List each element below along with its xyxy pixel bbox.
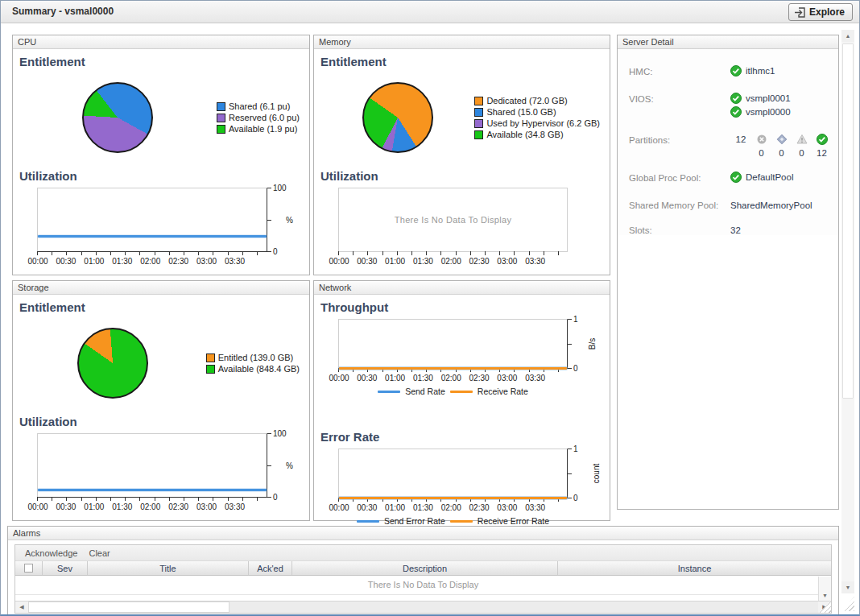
x-axis-label: 00:00 (27, 257, 48, 266)
acknowledge-button[interactable]: Acknowledge (25, 548, 77, 558)
partitions-error-count: 0 (779, 148, 784, 158)
y-axis-tick (267, 220, 271, 221)
column-header-sev[interactable]: Sev (43, 561, 88, 575)
horizontal-scroll-thumb[interactable] (28, 602, 229, 613)
cpu-panel-title: CPU (18, 37, 36, 47)
legend-swatch (217, 114, 225, 122)
y-axis-unit: B/s (588, 338, 597, 349)
status-ok-icon (730, 106, 742, 118)
y-axis-tick (267, 188, 271, 188)
legend-swatch (474, 97, 483, 105)
legend-swatch (217, 102, 225, 111)
column-header-instance[interactable]: Instance (558, 561, 831, 575)
hmc-value[interactable]: itlhmc1 (746, 66, 775, 76)
storage-entitlement-pie[interactable] (77, 328, 148, 399)
storage-entitlement-heading: Entitlement (19, 300, 309, 314)
x-axis-label: 00:30 (357, 503, 377, 512)
scroll-down-icon[interactable]: ▼ (841, 581, 854, 593)
select-all-checkbox[interactable] (24, 564, 33, 573)
storage-utilization-plot[interactable]: 100 0 % 00:0000:3001:0001:3002:0002:3003… (37, 433, 267, 498)
y-axis-max-label: 100 (273, 429, 287, 438)
legend-label: Shared (15.0 GB) (486, 107, 556, 117)
legend-label: Available (848.4 GB) (218, 364, 300, 374)
x-axis-label: 01:00 (385, 257, 405, 266)
alarms-horizontal-scrollbar[interactable]: ◀ ▶ (15, 601, 831, 613)
network-panel: Network Throughput 1 0 B/s 00:0000:3001:… (313, 280, 610, 521)
network-panel-title: Network (319, 283, 351, 292)
partitions-total: 12 (736, 134, 746, 144)
x-axis-label: 00:30 (357, 374, 377, 382)
legend-swatch (450, 391, 473, 393)
network-throughput-plot[interactable]: 1 0 B/s 00:0000:3001:0001:3002:0002:3003… (338, 319, 568, 369)
storage-utilization-heading: Utilization (19, 415, 309, 428)
x-axis-label: 02:00 (441, 503, 461, 512)
x-axis-labels: 00:0000:3001:0001:3002:0002:3003:0003:30 (339, 257, 567, 267)
alarms-body: There Is No Data To Display (15, 576, 831, 595)
explore-label: Explore (809, 6, 845, 18)
x-axis-label: 00:30 (357, 257, 377, 266)
title-bar: Summary - vsmal0000 Explore (1, 1, 859, 23)
clear-button[interactable]: Clear (89, 548, 110, 558)
memory-utilization-plot[interactable]: There Is No Data To Display 00:0000:3001… (338, 188, 568, 252)
slots-label: Slots: (629, 224, 730, 235)
legend-swatch (474, 108, 483, 117)
network-throughput-chart[interactable]: 1 0 B/s 00:0000:3001:0001:3002:0002:3003… (320, 317, 603, 415)
memory-entitlement-pie[interactable] (362, 82, 433, 153)
legend-swatch (474, 119, 483, 128)
explore-button[interactable]: Explore (788, 3, 853, 21)
network-error-rate-plot[interactable]: 1 0 count 00:0000:3001:0001:3002:0002:30… (338, 449, 568, 498)
network-error-rate-legend: Send Error RateReceive Error Rate (339, 515, 567, 527)
x-axis-label: 02:30 (469, 257, 490, 266)
hmc-label: HMC: (629, 65, 730, 79)
slots-row: Slots: 32 (629, 224, 838, 235)
memory-panel: Memory Entitlement Dedicated (72.0 GB)Sh… (313, 35, 610, 275)
x-axis-label: 03:00 (196, 257, 217, 266)
x-axis-label: 00:00 (329, 503, 349, 512)
legend-swatch (474, 130, 483, 139)
cpu-utilization-chart[interactable]: 100 0 % 00:0000:3001:0001:3002:0002:3003… (19, 186, 303, 276)
vertical-scroll-thumb[interactable] (842, 43, 854, 399)
scroll-up-icon[interactable]: ▲ (841, 30, 854, 42)
memory-utilization-chart[interactable]: There Is No Data To Display 00:0000:3001… (320, 186, 603, 276)
x-axis-label: 03:00 (497, 257, 517, 266)
x-axis-label: 01:00 (84, 502, 104, 511)
scroll-left-icon[interactable]: ◀ (15, 602, 28, 613)
y-axis-min-label: 0 (273, 493, 278, 502)
global-proc-pool-value[interactable]: DefaultPool (746, 172, 793, 182)
x-axis-label: 01:30 (112, 502, 132, 511)
vios-value-1[interactable]: vsmpl0001 (746, 93, 791, 103)
vios-row: VIOS: vsmpl0001 vsmpl0000 (629, 93, 838, 120)
legend-label: Send Error Rate (384, 516, 445, 526)
x-axis-label: 03:00 (497, 503, 517, 512)
cpu-utilization-plot[interactable]: 100 0 % 00:0000:3001:0001:3002:0002:3003… (37, 188, 267, 252)
cpu-panel-header: CPU (13, 35, 309, 49)
legend-swatch (206, 353, 215, 362)
legend-swatch (450, 520, 473, 523)
x-axis-ticks (37, 497, 267, 501)
legend-label: Receive Error Rate (478, 516, 549, 526)
x-axis-ticks (338, 251, 568, 255)
x-axis-label: 02:30 (168, 502, 188, 511)
legend-swatch (378, 391, 400, 393)
y-axis-tick (568, 319, 572, 320)
y-axis-tick (267, 433, 271, 434)
page-vertical-scrollbar[interactable]: ▲ ▼ (841, 30, 854, 593)
slots-value: 32 (730, 224, 741, 235)
x-axis-label: 01:00 (385, 374, 405, 382)
y-axis-max-label: 1 (573, 444, 578, 453)
page-resize-grip[interactable] (841, 597, 854, 611)
column-header-title[interactable]: Title (88, 561, 249, 575)
column-header-acked[interactable]: Ack'ed (249, 561, 292, 575)
scroll-down-icon[interactable]: ▼ (819, 589, 831, 601)
legend-item: Used by Hypervisor (6.2 GB) (474, 118, 600, 128)
horizontal-scroll-track[interactable] (229, 602, 818, 613)
alarms-vertical-scrollbar[interactable]: ▼ (818, 577, 831, 601)
storage-utilization-chart[interactable]: 100 0 % 00:0000:3001:0001:3002:0002:3003… (19, 432, 303, 522)
cpu-entitlement-pie[interactable] (82, 82, 153, 153)
x-axis-label: 02:00 (441, 257, 461, 266)
legend-swatch (357, 520, 379, 523)
vios-value-2[interactable]: vsmpl0000 (746, 107, 791, 117)
column-header-description[interactable]: Description (292, 561, 558, 575)
status-stopped-icon (756, 134, 767, 145)
shared-memory-pool-label: Shared Memory Pool: (629, 199, 730, 210)
